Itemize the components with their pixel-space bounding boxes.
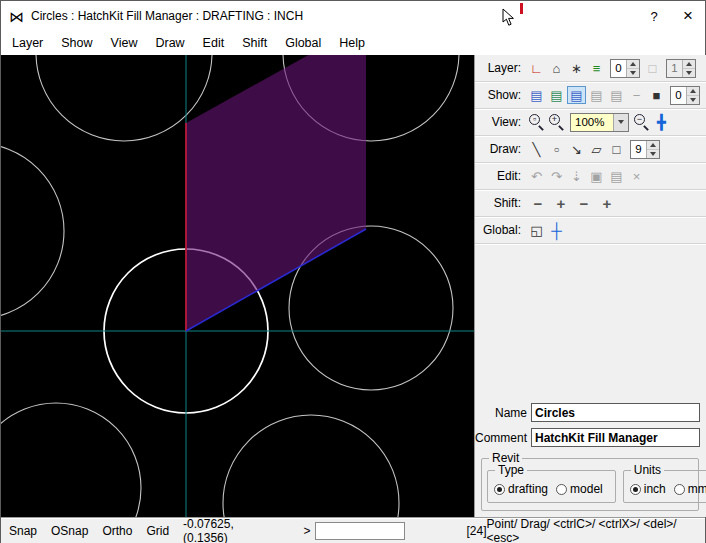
show-solid-icon[interactable]: ■ (647, 86, 666, 104)
app-window: ⋈ Circles : HatchKit Fill Manager : DRAF… (0, 0, 706, 543)
element-count: [24] (467, 524, 487, 538)
window-title: Circles : HatchKit Fill Manager : DRAFTI… (31, 9, 303, 23)
osnap-toggle[interactable]: OSnap (51, 524, 88, 538)
delete-icon[interactable]: × (627, 167, 646, 185)
app-icon: ⋈ (9, 9, 24, 24)
pan-icon[interactable]: ╋ (652, 113, 671, 131)
layer-count-up[interactable] (627, 60, 639, 69)
menu-help[interactable]: Help (330, 31, 374, 55)
layer-count-spinner[interactable]: 0 (610, 59, 640, 78)
zoom-window-icon[interactable]: ▫ (527, 113, 545, 131)
canvas-area[interactable] (1, 55, 474, 517)
draw-count-down[interactable] (647, 150, 659, 158)
drop-icon[interactable]: ⇣ (567, 167, 586, 185)
show-row-label: Show: (477, 88, 521, 102)
zoom-level-combo[interactable]: 100% (570, 113, 629, 132)
snap-toggle[interactable]: Snap (9, 524, 37, 538)
radio-inch-label: inch (644, 482, 666, 496)
draw-count-up[interactable] (647, 141, 659, 150)
name-label: Name (475, 406, 527, 420)
redo-icon[interactable]: ↷ (547, 167, 566, 185)
draw-rect-icon[interactable]: □ (607, 140, 626, 158)
draw-point-icon[interactable]: ○ (547, 140, 566, 158)
command-input[interactable] (315, 522, 404, 540)
comment-field[interactable]: HatchKit Fill Manager (531, 428, 700, 447)
show-count-spinner[interactable]: 0 (670, 86, 700, 105)
layer-count-down[interactable] (627, 69, 639, 77)
global-origin-icon[interactable]: ┼ (547, 221, 566, 239)
layer-shape-icon[interactable]: ⌂ (547, 59, 566, 77)
show-minus-icon[interactable]: − (627, 86, 646, 104)
menu-global[interactable]: Global (276, 31, 330, 55)
menu-view[interactable]: View (102, 31, 147, 55)
radio-drafting-circle[interactable] (494, 484, 505, 495)
show-used-layers-icon[interactable]: ▤ (547, 86, 566, 104)
layer-style-icon[interactable]: ∟ (527, 59, 546, 77)
show-count-down[interactable] (687, 96, 699, 104)
zoom-out-icon[interactable]: − (632, 113, 650, 131)
type-group: Type drafting model (487, 470, 616, 503)
paste-icon[interactable]: ▤ (607, 167, 626, 185)
layer-index-spinner[interactable]: 1 (666, 59, 696, 78)
radio-model-circle[interactable] (556, 484, 567, 495)
close-button[interactable]: × (671, 1, 705, 31)
zoom-in-icon[interactable]: + (547, 113, 565, 131)
draw-line-icon[interactable]: ╲ (527, 140, 546, 158)
hint-text: Point/ Drag/ <ctrlC>/ <ctrlX>/ <del>/ <e… (487, 517, 696, 543)
units-group: Units inch mm (623, 470, 706, 503)
menu-show[interactable]: Show (52, 31, 101, 55)
units-group-label: Units (631, 463, 664, 477)
draw-vector-icon[interactable]: ↘ (567, 140, 586, 158)
type-group-label: Type (495, 463, 527, 477)
shift-right-icon[interactable]: + (550, 194, 572, 212)
menu-draw[interactable]: Draw (146, 31, 193, 55)
selection-box-icon[interactable]: □ (643, 59, 662, 77)
show-count-up[interactable] (687, 87, 699, 96)
help-button[interactable]: ? (637, 1, 671, 31)
show-current-layer-icon[interactable]: ▤ (567, 86, 586, 104)
layer-axes-icon[interactable]: ∗ (567, 59, 586, 77)
shift-up-icon[interactable]: + (596, 194, 618, 212)
shift-down-icon[interactable]: − (573, 194, 595, 212)
layer-index-value: 1 (667, 60, 682, 77)
radio-drafting-label: drafting (508, 482, 548, 496)
show-all-layers-icon[interactable]: ▤ (527, 86, 546, 104)
ortho-toggle[interactable]: Ortho (102, 524, 132, 538)
main-area: Layer: ∟ ⌂ ∗ ≡ 0 □ 1 (1, 55, 705, 517)
undo-icon[interactable]: ↶ (527, 167, 546, 185)
global-toolbar: Global: ◱ ┼ (475, 217, 706, 244)
draw-count-spinner[interactable]: 9 (630, 140, 660, 159)
edit-toolbar: Edit: ↶ ↷ ⇣ ▣ ▤ × (475, 163, 706, 190)
menu-layer[interactable]: Layer (3, 31, 52, 55)
draw-polygon-icon[interactable]: ▱ (587, 140, 606, 158)
copy-icon[interactable]: ▣ (587, 167, 606, 185)
menu-edit[interactable]: Edit (194, 31, 234, 55)
view-toolbar: View: ▫ + 100% − ╋ (475, 109, 706, 136)
zoom-out-glyph: − (634, 114, 645, 125)
edit-row-label: Edit: (477, 169, 521, 183)
radio-inch-circle[interactable] (630, 484, 641, 495)
shift-left-icon[interactable]: − (527, 194, 549, 212)
show-option-icon-2[interactable]: ▤ (607, 86, 626, 104)
draw-row-label: Draw: (477, 142, 521, 156)
layer-levels-icon[interactable]: ≡ (587, 59, 606, 77)
draw-count-value: 9 (631, 141, 646, 158)
view-row-label: View: (477, 115, 521, 129)
grid-toggle[interactable]: Grid (146, 524, 169, 538)
radio-mm-circle[interactable] (674, 484, 685, 495)
drawing-canvas[interactable] (1, 55, 474, 517)
radio-model[interactable]: model (556, 482, 603, 496)
global-scale-icon[interactable]: ◱ (527, 221, 546, 239)
radio-mm-label: mm (688, 482, 706, 496)
layer-index-down[interactable] (683, 69, 695, 77)
name-field[interactable]: Circles (531, 403, 700, 422)
zoom-combo-arrow[interactable] (613, 114, 628, 131)
show-option-icon-1[interactable]: ▤ (587, 86, 606, 104)
radio-inch[interactable]: inch (630, 482, 666, 496)
layer-index-up[interactable] (683, 60, 695, 69)
radio-drafting[interactable]: drafting (494, 482, 548, 496)
radio-mm[interactable]: mm (674, 482, 706, 496)
show-toolbar: Show: ▤ ▤ ▤ ▤ ▤ − ■ 0 (475, 82, 706, 109)
menu-shift[interactable]: Shift (233, 31, 276, 55)
coordinate-readout: -0.07625,(0.1356) (183, 517, 271, 543)
